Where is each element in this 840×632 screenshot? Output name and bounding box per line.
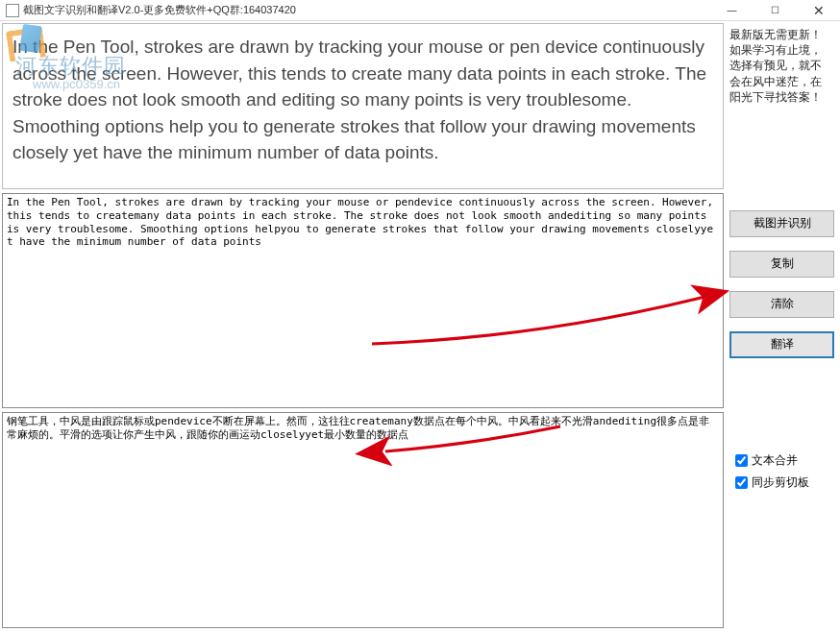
clear-button[interactable]: 清除 xyxy=(729,291,834,318)
window-controls: — ☐ ✕ xyxy=(710,0,840,21)
info-text: 最新版无需更新！ 如果学习有止境， 选择有预见，就不 会在风中迷茫，在 阳光下寻… xyxy=(729,27,834,105)
translation-text[interactable]: 钢笔工具，中风是由跟踪鼠标或pendevice不断在屏幕上。然而，这往往crea… xyxy=(7,415,719,443)
ocr-text[interactable]: In the Pen Tool, strokes are drawn by tr… xyxy=(7,196,719,249)
app-icon xyxy=(6,4,19,17)
window-title: 截图文字识别和翻译V2.0-更多免费软件+QQ群:164037420 xyxy=(23,3,296,17)
copy-button[interactable]: 复制 xyxy=(729,251,834,278)
ocr-result-area[interactable]: In the Pen Tool, strokes are drawn by tr… xyxy=(2,193,724,408)
source-text: In the Pen Tool, strokes are drawn by tr… xyxy=(12,34,711,166)
merge-text-label: 文本合并 xyxy=(752,452,798,469)
right-sidebar: 最新版无需更新！ 如果学习有止境， 选择有预见，就不 会在风中迷茫，在 阳光下寻… xyxy=(726,21,840,632)
translation-result-area[interactable]: 钢笔工具，中风是由跟踪鼠标或pendevice不断在屏幕上。然而，这往往crea… xyxy=(2,412,724,628)
minimize-button[interactable]: — xyxy=(710,0,754,21)
titlebar: 截图文字识别和翻译V2.0-更多免费软件+QQ群:164037420 — ☐ ✕ xyxy=(0,0,840,21)
source-image-area: In the Pen Tool, strokes are drawn by tr… xyxy=(2,23,724,189)
translate-button[interactable]: 翻译 xyxy=(729,331,834,358)
merge-text-checkbox[interactable]: 文本合并 xyxy=(735,452,834,469)
left-column: In the Pen Tool, strokes are drawn by tr… xyxy=(0,21,726,632)
sync-clipboard-checkbox[interactable]: 同步剪切板 xyxy=(735,474,834,491)
close-button[interactable]: ✕ xyxy=(797,0,840,21)
capture-recognize-button[interactable]: 截图并识别 xyxy=(729,210,834,237)
merge-text-input[interactable] xyxy=(735,454,748,467)
sync-clipboard-label: 同步剪切板 xyxy=(752,474,809,491)
maximize-button[interactable]: ☐ xyxy=(754,0,797,21)
sync-clipboard-input[interactable] xyxy=(735,476,748,489)
